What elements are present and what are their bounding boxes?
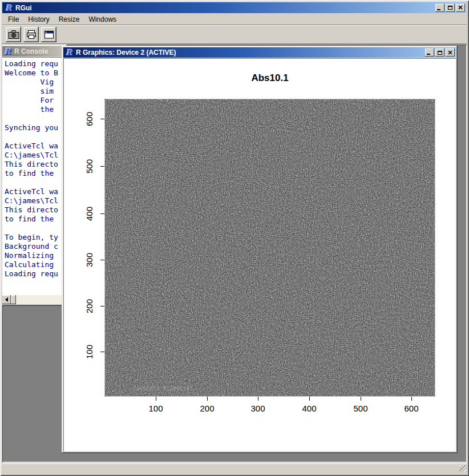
y-tick-label: 400 — [85, 204, 94, 224]
y-tick — [100, 166, 104, 167]
x-tick — [309, 397, 310, 401]
rgui-main-window: R RGui File History Resize Windows — [0, 0, 469, 476]
y-tick-label: 200 — [85, 297, 94, 316]
return-focus-console-button[interactable] — [41, 27, 56, 42]
x-tick-label: 600 — [399, 404, 424, 413]
y-tick-label: 100 — [85, 342, 94, 362]
console-window: R R Console Loading requ Welcome to B Vi… — [2, 45, 67, 306]
console-output-area[interactable]: Loading requ Welcome to B Vig sim For th… — [2, 57, 66, 295]
faint-grid-artifact — [149, 353, 189, 364]
y-tick — [100, 119, 104, 119]
graphics-window-controls — [425, 49, 455, 57]
y-tick-label: 500 — [85, 157, 94, 176]
graphics-titlebar[interactable]: R R Graphics: Device 2 (ACTIVE) — [63, 47, 456, 58]
menu-file[interactable]: File — [3, 14, 23, 25]
menu-history[interactable]: History — [23, 14, 54, 25]
statusbar — [2, 463, 467, 473]
etched-dotted-line — [110, 393, 281, 394]
menu-resize[interactable]: Resize — [54, 14, 84, 25]
x-tick-label: 200 — [195, 404, 220, 413]
plot-area: CALSCHIA MICROESAY 100 200 300 400 500 6… — [105, 99, 435, 396]
close-button[interactable] — [446, 49, 455, 57]
x-tick — [156, 397, 156, 401]
scrollbar-thumb[interactable] — [11, 295, 16, 304]
menubar: File History Resize Windows — [2, 14, 467, 25]
x-tick-label: 300 — [245, 404, 270, 413]
r-logo-icon[interactable]: R — [4, 3, 13, 13]
x-tick — [361, 397, 361, 401]
x-tick — [411, 397, 412, 401]
scroll-left-button[interactable] — [2, 295, 11, 304]
main-window-controls — [435, 4, 465, 12]
scrollbar-track[interactable] — [16, 295, 66, 304]
minimize-icon — [437, 9, 440, 10]
toolbar — [2, 25, 467, 44]
graphics-canvas: Abs10.1 — [63, 58, 456, 451]
print-button[interactable] — [23, 27, 39, 42]
maximize-button[interactable] — [446, 4, 455, 12]
menu-windows[interactable]: Windows — [84, 14, 121, 25]
x-tick-label: 100 — [143, 404, 168, 413]
etched-slide-label: CALSCHIA MICROESAY — [134, 386, 259, 392]
console-titlebar[interactable]: R R Console — [2, 46, 66, 57]
x-tick — [207, 397, 208, 401]
x-tick-label: 400 — [297, 404, 322, 413]
copy-to-clipboard-button[interactable] — [6, 27, 21, 42]
y-tick-label: 600 — [85, 110, 94, 129]
mdi-client-area: R R Console Loading requ Welcome to B Vi… — [2, 45, 467, 462]
main-window-title: RGui — [15, 4, 32, 12]
r-logo-icon[interactable]: R — [64, 48, 74, 57]
maximize-icon — [438, 51, 442, 55]
y-tick — [100, 213, 104, 214]
r-logo-icon[interactable]: R — [3, 47, 12, 56]
close-button[interactable] — [456, 4, 465, 12]
minimize-button[interactable] — [435, 4, 444, 12]
printer-icon — [26, 30, 37, 39]
x-tick-label: 500 — [348, 404, 373, 413]
console-window-icon — [44, 30, 54, 39]
x-tick — [258, 397, 258, 401]
y-tick — [100, 260, 104, 260]
console-title: R Console — [14, 47, 48, 55]
graphics-window: R R Graphics: Device 2 (ACTIVE) Abs10.1 — [62, 46, 458, 453]
console-text[interactable]: Loading requ Welcome to B Vig sim For th… — [5, 59, 66, 279]
close-icon — [448, 51, 452, 55]
camera-icon — [8, 30, 19, 39]
console-hscrollbar[interactable] — [2, 295, 66, 304]
minimize-icon — [427, 54, 430, 55]
main-titlebar[interactable]: R RGui — [2, 2, 467, 13]
arrow-left-icon — [3, 297, 8, 302]
close-icon — [458, 6, 463, 10]
y-tick-label: 300 — [85, 251, 94, 270]
y-tick — [100, 306, 104, 306]
maximize-icon — [448, 6, 452, 10]
minimize-button[interactable] — [425, 49, 434, 57]
graphics-window-title: R Graphics: Device 2 (ACTIVE) — [76, 49, 176, 57]
resize-grip[interactable] — [459, 465, 466, 472]
plot-title: Abs10.1 — [105, 72, 435, 84]
microarray-image — [105, 99, 435, 396]
y-tick — [100, 352, 104, 352]
maximize-button[interactable] — [435, 49, 444, 57]
